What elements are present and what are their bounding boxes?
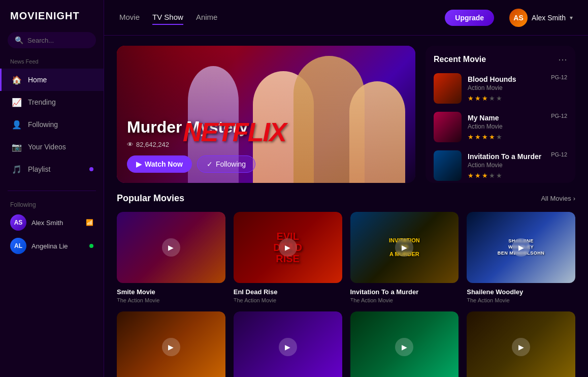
recent-movie-blood-hounds[interactable]: Blood Hounds Action Movie ★ ★ ★ ★ ★ PG-1… bbox=[434, 73, 567, 104]
movie-thumb-shailene: SHAILENEWOODLEYBEN MENDELSOHN ▶ bbox=[467, 212, 575, 283]
user-avatar-label: AS bbox=[513, 14, 523, 22]
notification-badge bbox=[89, 167, 93, 171]
sidebar-divider bbox=[8, 191, 96, 191]
movie-card-invitation-murder[interactable]: INVITATIONTOA MURDER ▶ Invitation To a M… bbox=[350, 212, 459, 303]
recent-movie-my-name[interactable]: My Name Action Movie ★ ★ ★ ★ ★ PG-12 bbox=[434, 112, 567, 142]
chevron-down-icon: ▾ bbox=[570, 14, 573, 21]
search-icon: 🔍 bbox=[15, 36, 23, 44]
play-button-7[interactable]: ▶ bbox=[395, 338, 413, 356]
play-button-invitation[interactable]: ▶ bbox=[395, 238, 413, 257]
popular-movies-section: Popular Movies All Movies › ▶ Smite Movi… bbox=[117, 193, 575, 377]
movie-genre-smite: The Action Movie bbox=[117, 297, 225, 303]
recent-rating-3: PG-12 bbox=[551, 151, 567, 158]
user-avatar: AS bbox=[509, 9, 528, 27]
star-3-1: ★ bbox=[468, 172, 474, 179]
sidebar-item-following[interactable]: 👤 Following bbox=[0, 113, 104, 136]
sidebar-item-playlist-label: Playlist bbox=[28, 165, 50, 173]
movie-thumb-8: ▶ bbox=[467, 311, 575, 377]
play-button-8[interactable]: ▶ bbox=[512, 338, 530, 356]
recent-info-blood-hounds: Blood Hounds Action Movie ★ ★ ★ ★ ★ bbox=[468, 75, 545, 102]
recent-genre-2: Action Movie bbox=[468, 123, 545, 130]
all-movies-link[interactable]: All Movies › bbox=[541, 195, 575, 202]
content-area: Murder Mystery 👁 82,642,242 ▶ Watch Now bbox=[104, 36, 588, 377]
follower-alex-avatar: AS bbox=[10, 214, 26, 231]
recent-movie-invitation[interactable]: Invitation To a Murder Action Movie ★ ★ … bbox=[434, 150, 567, 181]
sidebar-item-your-videos[interactable]: 📷 Your Videos bbox=[0, 136, 104, 158]
upgrade-button[interactable]: Upgrade bbox=[445, 10, 494, 26]
trending-icon: 📈 bbox=[12, 97, 22, 107]
chevron-right-icon: › bbox=[573, 195, 575, 202]
movie-title-invitation: Invitation To a Murder bbox=[350, 288, 459, 296]
following-btn-label: Following bbox=[216, 160, 246, 168]
star-1-1: ★ bbox=[468, 95, 474, 102]
recent-movie-name-1: Blood Hounds bbox=[468, 75, 545, 83]
tab-anime[interactable]: Anime bbox=[196, 10, 218, 25]
play-button-evil-dead[interactable]: ▶ bbox=[279, 238, 297, 257]
search-input[interactable] bbox=[27, 37, 89, 44]
tab-movie[interactable]: Movie bbox=[119, 10, 140, 25]
movie-thumb-7: ▶ bbox=[350, 311, 459, 377]
movie-card-7[interactable]: ▶ — bbox=[350, 311, 459, 377]
watch-now-button[interactable]: ▶ Watch Now bbox=[127, 155, 192, 173]
sidebar-item-playlist[interactable]: 🎵 Playlist bbox=[0, 158, 104, 180]
header: Movie TV Show Anime Upgrade AS Alex Smit… bbox=[104, 0, 588, 36]
play-button-smite[interactable]: ▶ bbox=[162, 238, 180, 257]
hero-section: Murder Mystery 👁 82,642,242 ▶ Watch Now bbox=[117, 46, 575, 183]
sidebar-nav: 🏠 Home 📈 Trending 👤 Following 📷 Your Vid… bbox=[0, 69, 104, 180]
star-2-3: ★ bbox=[482, 133, 488, 141]
videos-icon: 📷 bbox=[12, 142, 22, 152]
follower-angelina-avatar: AL bbox=[10, 238, 26, 254]
movie-card-6[interactable]: ▶ — bbox=[234, 311, 342, 377]
sidebar-item-trending[interactable]: 📈 Trending bbox=[0, 91, 104, 113]
star-1-5: ★ bbox=[496, 95, 502, 102]
more-options-button[interactable]: ⋯ bbox=[558, 54, 567, 65]
star-2-5: ★ bbox=[496, 133, 502, 141]
section-header: Popular Movies All Movies › bbox=[117, 193, 575, 204]
movie-title-evil-dead: EnI Dead Rise bbox=[234, 288, 342, 296]
main-content: Movie TV Show Anime Upgrade AS Alex Smit… bbox=[104, 0, 588, 377]
recent-info-my-name: My Name Action Movie ★ ★ ★ ★ ★ bbox=[468, 114, 545, 141]
movie-card-evil-dead[interactable]: EVILDEADRISE ▶ EnI Dead Rise The Action … bbox=[234, 212, 342, 303]
star-3-2: ★ bbox=[475, 172, 481, 179]
movie-card-shailene[interactable]: SHAILENEWOODLEYBEN MENDELSOHN ▶ Shailene… bbox=[467, 212, 575, 303]
hero-banner[interactable]: Murder Mystery 👁 82,642,242 ▶ Watch Now bbox=[117, 46, 415, 183]
app-container: MOVIENIGHT 🔍 News Feed 🏠 Home 📈 Trending… bbox=[0, 0, 588, 377]
movie-card-smite[interactable]: ▶ Smite Movie The Action Movie bbox=[117, 212, 225, 303]
netflix-logo-text: NETFLIX bbox=[183, 117, 286, 147]
movie-thumb-smite: ▶ bbox=[117, 212, 225, 283]
follower-alex[interactable]: AS Alex Smith 📶 bbox=[10, 214, 93, 231]
recent-thumb-my-name bbox=[434, 112, 462, 142]
recent-header: Recent Movie ⋯ bbox=[434, 54, 567, 65]
play-icon: ▶ bbox=[136, 160, 142, 168]
star-2-2: ★ bbox=[475, 133, 481, 141]
star-2-4: ★ bbox=[489, 133, 495, 141]
play-button-5[interactable]: ▶ bbox=[162, 338, 180, 356]
check-icon: ✓ bbox=[207, 160, 213, 168]
play-button-shailene[interactable]: ▶ bbox=[512, 238, 530, 257]
search-bar[interactable]: 🔍 bbox=[8, 32, 96, 48]
hero-figure-3 bbox=[349, 81, 405, 183]
all-movies-label: All Movies bbox=[541, 195, 571, 202]
movie-title-shailene: Shailene Woodley bbox=[467, 288, 575, 296]
movie-card-8[interactable]: ▶ — bbox=[467, 311, 575, 377]
recent-genre-1: Action Movie bbox=[468, 84, 545, 91]
sidebar-item-following-label: Following bbox=[28, 120, 58, 129]
follower-alex-name: Alex Smith bbox=[31, 219, 81, 227]
stars-1: ★ ★ ★ ★ ★ bbox=[468, 95, 545, 102]
user-name: Alex Smith bbox=[532, 14, 566, 22]
follower-angelina[interactable]: AL Angelina Lie bbox=[10, 238, 93, 254]
tab-tvshow[interactable]: TV Show bbox=[152, 10, 183, 25]
sidebar-item-trending-label: Trending bbox=[28, 98, 56, 106]
user-profile[interactable]: AS Alex Smith ▾ bbox=[509, 9, 573, 27]
movie-card-5[interactable]: ▶ — bbox=[117, 311, 225, 377]
recent-movie-name-2: My Name bbox=[468, 114, 545, 122]
recent-thumb-invitation bbox=[434, 150, 462, 181]
play-button-6[interactable]: ▶ bbox=[279, 338, 297, 356]
star-2-1: ★ bbox=[468, 133, 474, 141]
following-icon: 👤 bbox=[12, 119, 22, 130]
following-button[interactable]: ✓ Following bbox=[197, 155, 255, 173]
sidebar-item-home[interactable]: 🏠 Home bbox=[0, 69, 104, 91]
follower-angelina-name: Angelina Lie bbox=[31, 242, 84, 250]
movie-thumb-evil-dead: EVILDEADRISE ▶ bbox=[234, 212, 342, 283]
watch-now-label: Watch Now bbox=[145, 160, 183, 168]
